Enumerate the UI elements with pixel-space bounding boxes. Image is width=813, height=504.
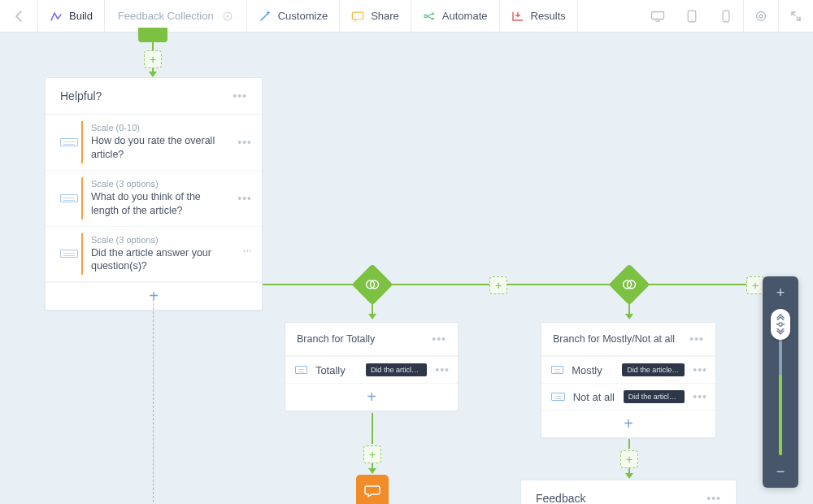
form-name[interactable]: Feedback Collection <box>105 0 246 32</box>
tab-build-label: Build <box>69 10 93 22</box>
add-branch-button[interactable]: + <box>489 276 507 294</box>
tab-customize[interactable]: Customize <box>247 0 339 32</box>
svg-point-3 <box>424 15 428 18</box>
card-menu-button[interactable]: ••• <box>233 89 247 102</box>
question-text: How do you rate the overall article? <box>91 134 229 162</box>
card-menu-button[interactable]: ••• <box>689 332 704 345</box>
wand-icon <box>259 10 272 23</box>
tab-customize-label: Customize <box>278 10 328 22</box>
question-meta: Scale (3 options) <box>91 235 235 245</box>
connector <box>372 299 373 315</box>
svg-point-10 <box>725 20 726 20</box>
question-menu-button[interactable]: ••• <box>237 192 252 205</box>
scale-icon <box>551 393 565 401</box>
fit-icon <box>776 321 785 328</box>
row-menu-button[interactable]: ••• <box>693 390 707 403</box>
add-step-button[interactable]: + <box>620 450 638 468</box>
svg-point-8 <box>691 20 692 20</box>
arrow-icon <box>368 468 376 474</box>
question-text: What do you think of the length of the a… <box>91 190 229 218</box>
svg-rect-6 <box>652 11 664 19</box>
venn-icon <box>365 279 380 290</box>
svg-point-5 <box>432 17 434 20</box>
svg-point-4 <box>432 12 434 15</box>
scale-icon <box>551 366 563 374</box>
condition-chip: Did the article answer yo <box>366 363 427 376</box>
question-row[interactable]: Scale (0-10) How do you rate the overall… <box>46 115 262 171</box>
chevrons-up-icon <box>776 312 785 320</box>
fullscreen-button[interactable] <box>779 0 813 32</box>
branch-condition-row[interactable]: Mostly Did the article answer yo ••• <box>541 356 715 383</box>
add-step-button[interactable]: + <box>363 445 381 463</box>
desktop-icon <box>650 11 665 22</box>
svg-point-12 <box>759 15 763 18</box>
flow-canvas[interactable]: + Helpful? ••• Scale (0-10) How do you r… <box>0 33 813 504</box>
add-question-button[interactable]: + <box>46 282 262 310</box>
card-menu-button[interactable]: ••• <box>706 492 721 504</box>
svg-point-17 <box>779 323 782 326</box>
tab-results[interactable]: Results <box>500 0 577 32</box>
card-menu-button[interactable]: ••• <box>432 332 446 345</box>
preview-tablet-button[interactable] <box>675 0 709 32</box>
question-meta: Scale (0-10) <box>91 123 229 133</box>
back-button[interactable] <box>0 0 37 32</box>
zoom-slider[interactable] <box>777 309 784 455</box>
zoom-out-button[interactable]: − <box>776 463 785 480</box>
question-row[interactable]: Scale (3 options) What do you think of t… <box>46 171 262 227</box>
tab-share[interactable]: Share <box>340 0 411 32</box>
add-condition-button[interactable]: + <box>285 383 458 411</box>
condition-chip: Did the article answer <box>624 390 685 403</box>
row-menu-button[interactable]: ••• <box>693 363 707 376</box>
question-text: Did the article answer your question(s)? <box>91 246 235 274</box>
chevron-left-icon <box>15 11 23 22</box>
card-feedback[interactable]: Feedback ••• <box>520 480 737 504</box>
gear-icon <box>754 10 767 23</box>
connector <box>628 439 630 449</box>
branch-option-label: Totally <box>315 364 358 376</box>
tab-results-label: Results <box>531 10 566 22</box>
add-branch-button[interactable]: + <box>746 276 764 294</box>
question-menu-button[interactable]: ''' <box>243 247 252 260</box>
add-step-button[interactable]: + <box>144 50 162 68</box>
message-node[interactable] <box>356 475 389 504</box>
connector <box>628 299 630 315</box>
arrow-icon <box>625 473 633 479</box>
card-helpful[interactable]: Helpful? ••• Scale (0-10) How do you rat… <box>45 77 263 311</box>
add-condition-button[interactable]: + <box>541 410 715 437</box>
svg-point-11 <box>757 11 766 20</box>
question-row[interactable]: Scale (3 options) Did the article answer… <box>46 227 262 283</box>
card-branch-mostly[interactable]: Branch for Mostly/Not at all ••• Mostly … <box>541 322 716 438</box>
arrow-icon <box>625 314 633 319</box>
settings-gear-button[interactable] <box>744 0 778 32</box>
expand-icon <box>790 11 802 22</box>
arrow-icon <box>368 314 376 319</box>
row-menu-button[interactable]: ••• <box>435 363 450 376</box>
start-node-stub <box>138 28 167 42</box>
branch-condition-row[interactable]: Not at all Did the article answer ••• <box>541 383 715 410</box>
venn-icon <box>622 279 637 290</box>
connector <box>153 299 154 504</box>
card-title: Branch for Totally <box>297 333 375 345</box>
build-icon <box>50 10 63 23</box>
chat-icon <box>364 484 380 498</box>
chevrons-down-icon <box>776 328 785 337</box>
gear-icon[interactable] <box>222 11 233 22</box>
card-branch-totally[interactable]: Branch for Totally ••• Totally Did the a… <box>285 322 459 411</box>
preview-desktop-button[interactable] <box>641 0 675 32</box>
zoom-in-button[interactable]: + <box>776 285 785 301</box>
mobile-icon <box>722 10 730 23</box>
branch-option-label: Mostly <box>572 364 614 376</box>
scale-icon <box>295 366 307 374</box>
tab-build[interactable]: Build <box>38 0 104 32</box>
preview-mobile-button[interactable] <box>709 0 743 32</box>
svg-rect-2 <box>352 12 363 20</box>
condition-chip: Did the article answer yo <box>622 363 685 376</box>
zoom-slider-handle[interactable] <box>771 309 790 340</box>
tab-automate[interactable]: Automate <box>411 0 499 32</box>
svg-point-1 <box>226 15 228 17</box>
card-title: Branch for Mostly/Not at all <box>553 333 675 345</box>
share-icon <box>351 10 364 23</box>
branch-condition-row[interactable]: Totally Did the article answer yo ••• <box>285 356 458 383</box>
scale-icon <box>60 194 78 202</box>
question-menu-button[interactable]: ••• <box>237 136 252 149</box>
